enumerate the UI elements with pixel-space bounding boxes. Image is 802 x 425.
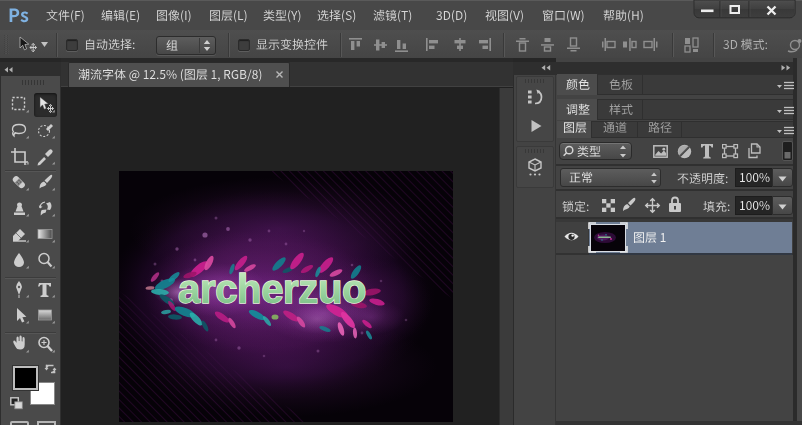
svg-text:archerzuo: archerzuo	[178, 267, 366, 311]
